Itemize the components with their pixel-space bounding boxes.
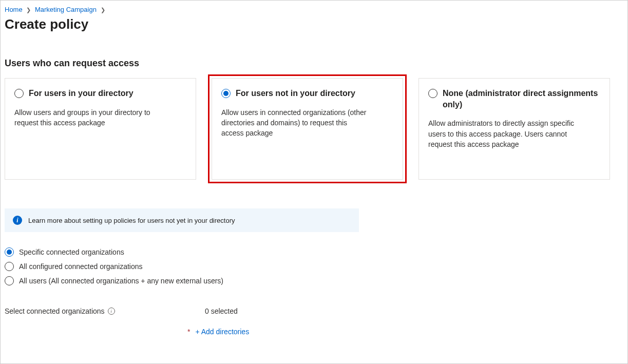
breadcrumb-home[interactable]: Home: [5, 6, 23, 13]
card-not-in-directory[interactable]: For users not in your directory Allow us…: [212, 78, 403, 180]
chevron-right-icon: ❯: [101, 7, 105, 13]
card-desc-not-in-directory: Allow users in connected organizations (…: [221, 107, 370, 139]
select-orgs-label-text: Select connected organizations: [5, 307, 105, 315]
breadcrumb: Home ❯ Marketing Campaign ❯: [5, 6, 623, 13]
radio-in-directory[interactable]: [14, 89, 24, 98]
scope-all-users-label: All users (All connected organizations +…: [19, 277, 223, 285]
radio-not-in-directory[interactable]: [221, 89, 231, 98]
card-in-directory[interactable]: For users in your directory Allow users …: [5, 78, 196, 180]
breadcrumb-campaign[interactable]: Marketing Campaign: [35, 6, 97, 13]
select-orgs-label: Select connected organizations i: [5, 307, 184, 315]
scope-all-configured[interactable]: All configured connected organizations: [5, 262, 623, 271]
scope-radio-list: Specific connected organizations All con…: [5, 247, 623, 285]
card-desc-none: Allow administrators to directly assign …: [428, 118, 577, 149]
select-orgs-row: Select connected organizations i 0 selec…: [5, 307, 623, 336]
scope-specific-label: Specific connected organizations: [19, 248, 124, 256]
selected-count: 0 selected: [205, 307, 249, 315]
radio-specific[interactable]: [5, 247, 14, 257]
info-icon: i: [13, 216, 22, 225]
radio-all-configured[interactable]: [5, 262, 14, 271]
card-desc-in-directory: Allow users and groups in your directory…: [14, 107, 163, 128]
card-none[interactable]: None (administrator direct assignments o…: [418, 78, 610, 180]
radio-all-users[interactable]: [5, 276, 14, 285]
chevron-right-icon: ❯: [26, 7, 31, 13]
option-cards-row: For users in your directory Allow users …: [5, 78, 623, 180]
scope-all-users[interactable]: All users (All connected organizations +…: [5, 276, 623, 285]
help-icon[interactable]: i: [108, 308, 115, 315]
section-title-users: Users who can request access: [5, 58, 623, 69]
card-title-not-in-directory: For users not in your directory: [236, 88, 355, 99]
add-directories-link[interactable]: + Add directories: [195, 328, 249, 336]
page-title: Create policy: [5, 16, 623, 32]
radio-none[interactable]: [428, 89, 437, 98]
info-bar: i Learn more about setting up policies f…: [5, 208, 359, 232]
scope-specific[interactable]: Specific connected organizations: [5, 247, 623, 257]
scope-all-configured-label: All configured connected organizations: [19, 262, 143, 271]
card-title-none: None (administrator direct assignments o…: [443, 88, 600, 110]
info-text: Learn more about setting up policies for…: [28, 217, 235, 224]
card-title-in-directory: For users in your directory: [29, 88, 134, 99]
required-marker: *: [187, 328, 190, 336]
